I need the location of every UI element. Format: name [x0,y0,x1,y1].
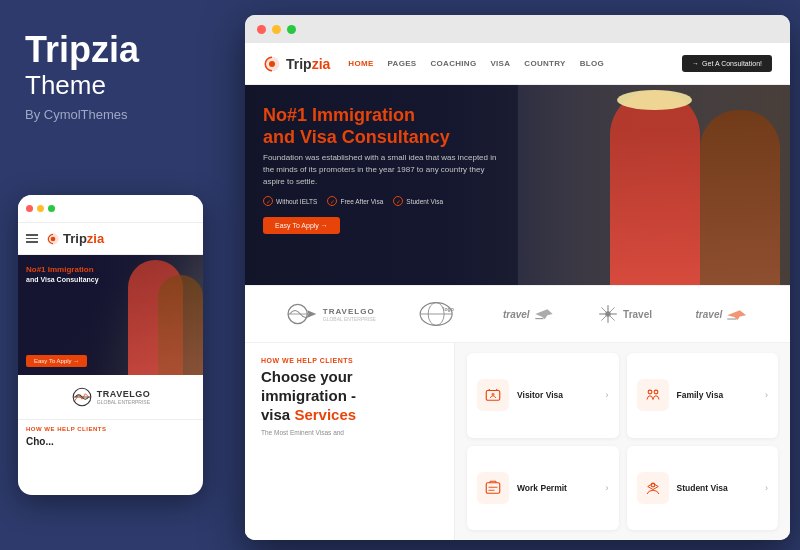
logo-travelgo-1: TRAVELGO GLOBAL ENTERPRISE [287,300,376,328]
family-visa-info: Family Visa [677,390,758,400]
check-icon-1: ✓ [263,196,273,206]
visitor-visa-name: Visitor Visa [517,390,598,400]
family-visa-icon-box [637,379,669,411]
desktop-person-1 [610,90,700,285]
student-visa-name: Student Visa [677,483,758,493]
hamburger-icon[interactable] [26,234,38,243]
desktop-nav: Tripzia HOME PAGES COACHING VISA COUNTRY… [245,43,790,85]
svg-point-5 [269,61,275,67]
hero-badge-free: ✓ Free After Visa [327,196,383,206]
check-icon-2: ✓ [327,196,337,206]
student-visa-icon-box [637,472,669,504]
visa-cards-grid: Visitor Visa › Family Visa › [455,343,790,540]
nav-logo-icon [263,55,281,73]
hero-headline: No#1 Immigration and Visa Consultancy [263,105,503,148]
student-visa-info: Student Visa [677,483,758,493]
student-visa-icon [644,479,662,497]
work-permit-name: Work Permit [517,483,598,493]
nav-link-blog[interactable]: BLOG [580,59,604,68]
desktop-bottom-section: HOW WE HELP CLIENTS Choose your immigrat… [245,343,790,540]
travelgo-1-text: TRAVELGO [323,307,376,316]
travel-star-icon [597,303,619,325]
mobile-section-label: HOW WE HELP CLIENTS [18,420,203,434]
logo-travellogo: logo [419,298,459,330]
visa-card-family[interactable]: Family Visa › [627,353,779,438]
travellogo-icon: logo [419,298,459,330]
nav-link-pages[interactable]: PAGES [388,59,417,68]
bottom-left-content: HOW WE HELP CLIENTS Choose your immigrat… [245,343,455,540]
desktop-person-2 [700,110,780,285]
hat-shape [617,90,692,110]
plane-icon-1 [534,307,554,321]
check-icon-3: ✓ [393,196,403,206]
svg-rect-19 [486,483,500,494]
dt-dot-green[interactable] [287,25,296,34]
nav-links: HOME PAGES COACHING VISA COUNTRY BLOG [348,59,682,68]
plane-icon-2 [726,307,748,321]
visitor-visa-icon [484,386,502,404]
nav-cta-button[interactable]: → Get A Consultation! [682,55,772,72]
brand-title: Tripzia [25,30,215,70]
hero-badge-student: ✓ Student Visa [393,196,443,206]
logo-travel-1: travel [503,307,554,321]
student-visa-arrow: › [765,483,768,493]
logo-strip: TRAVELGO GLOBAL ENTERPRISE logo travel [245,285,790,343]
hero-cta-button[interactable]: Easy To Apply → [263,217,340,234]
hero-description: Foundation was established with a small … [263,152,503,188]
visa-card-student[interactable]: Student Visa › [627,446,779,531]
section-description: The Most Eminent Visas and [261,428,438,438]
svg-point-16 [492,393,495,396]
dt-dot-red[interactable] [257,25,266,34]
svg-point-18 [654,390,658,394]
mobile-titlebar [18,195,203,223]
mobile-mockup: Tripzia No#1 Immigration and Visa Consul… [18,195,203,495]
desktop-nav-logo: Tripzia [263,55,330,73]
work-permit-arrow: › [606,483,609,493]
nav-link-country[interactable]: COUNTRY [524,59,565,68]
nav-link-visa[interactable]: VISA [490,59,510,68]
mobile-logo-text: Tripzia [63,231,104,246]
mobile-nav: Tripzia [18,223,203,255]
desktop-hero: No#1 Immigration and Visa Consultancy Fo… [245,85,790,285]
brand-by: By CymolThemes [25,107,215,122]
mobile-dot-yellow [37,205,44,212]
section-heading: Choose your immigration - visa Services [261,368,438,424]
travelgo-text-small: TRAVELGO GLOBAL ENTERPRISE [97,389,150,405]
hero-badge-ielts: ✓ Without IELTS [263,196,317,206]
visitor-visa-arrow: › [606,390,609,400]
work-permit-icon [484,479,502,497]
travelgo-logo-small: TRAVELGO GLOBAL ENTERPRISE [71,386,150,408]
mobile-section-title: Cho... [18,434,203,449]
svg-point-13 [605,311,611,317]
family-visa-name: Family Visa [677,390,758,400]
mobile-dot-green [48,205,55,212]
visa-card-visitor[interactable]: Visitor Visa › [467,353,619,438]
mobile-logo-section: TRAVELGO GLOBAL ENTERPRISE [18,375,203,420]
travelgo-icon-small [71,386,93,408]
mobile-logo-icon [46,232,60,246]
family-visa-icon [644,386,662,404]
logo-travel-3: travel [696,307,749,321]
work-permit-info: Work Permit [517,483,598,493]
mobile-hero-btn[interactable]: Easy To Apply → [26,355,87,367]
work-permit-icon-box [477,472,509,504]
desktop-titlebar [245,15,790,43]
mobile-dot-red [26,205,33,212]
mobile-hero-headline: No#1 Immigration [26,265,99,275]
svg-point-1 [51,236,56,241]
hero-badges: ✓ Without IELTS ✓ Free After Visa ✓ Stud… [263,196,503,206]
nav-link-home[interactable]: HOME [348,59,373,68]
dt-dot-yellow[interactable] [272,25,281,34]
svg-text:logo: logo [443,306,454,312]
section-eyebrow: HOW WE HELP CLIENTS [261,357,438,364]
visitor-visa-info: Visitor Visa [517,390,598,400]
family-visa-arrow: › [765,390,768,400]
mobile-hero: No#1 Immigration and Visa Consultancy Ea… [18,255,203,375]
nav-link-coaching[interactable]: COACHING [430,59,476,68]
svg-point-17 [648,390,652,394]
mobile-hero-text: No#1 Immigration and Visa Consultancy [26,265,99,284]
travel-2-text: Travel [623,309,652,320]
visa-card-work[interactable]: Work Permit › [467,446,619,531]
person-shape-2 [158,275,203,375]
left-panel: Tripzia Theme By CymolThemes Tripzia [0,0,240,550]
